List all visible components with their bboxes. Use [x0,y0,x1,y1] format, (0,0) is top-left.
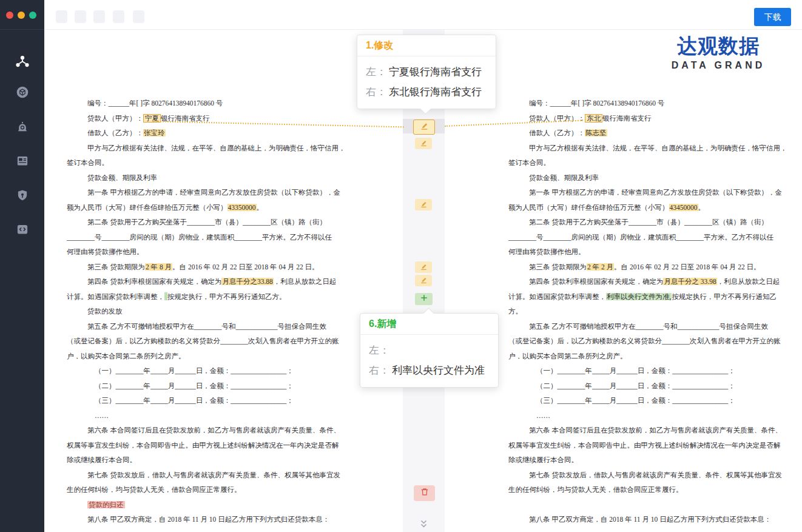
doc-line: 第四条 贷款利率根据国家有关规定，确定为月息千分之33.88，利息从放款之日起 [67,274,346,289]
doc-text: 计算。如遇国家贷款利率调整， [67,293,164,300]
doc-line: 贷款人（甲方）：宁夏银行海南省支行 [67,111,346,126]
diff-5-modify-button[interactable] [415,275,432,286]
doc-line: 户，以购买本合同第二条所列之房产。 [67,349,346,364]
doc-line: （或登记备案）后，以乙方购楼款的名义将贷款分________次划入售房者在甲方开… [508,334,791,349]
doc-line: 第八条 甲乙双方商定，自 2018 年 11 月 10 日起乙方用下列方式归还贷… [67,512,346,527]
pencil-icon [420,121,429,133]
doc-text: 按规定执行，甲方不再另行通知乙方。 [167,293,286,300]
tooltip-title: 1.修改 [357,35,496,56]
doc-text: 第四条 贷款利率根据国家有关规定，确定为 [529,278,663,285]
doc-line: 额为人民币（大写）肆仟叁佰肆拾伍万元整（小写）43350000。 [67,200,346,215]
zoom-window-button[interactable] [29,12,36,19]
pencil-icon [420,262,428,273]
doc-line: ________号________房间的现（期）房物业，建筑面积________… [508,230,791,245]
diff-highlight-modify[interactable]: 2 年 2 月 [587,263,614,271]
doc-text: 银行海南省支行 [602,115,652,122]
doc-text: 。自 2016 年 02 月 22 日至 2018 年 04 月 22 日。 [172,263,319,271]
doc-line-blank [508,497,791,513]
brand-logo: 达观数据 DATA GRAND [667,34,769,71]
diff-highlight-modify-selected[interactable]: 东北 [585,114,602,123]
scroll-more-button[interactable] [419,520,429,531]
diff-highlight-delete[interactable]: 贷款的归还 [87,501,125,508]
doc-line: （三）________年_____月______日，金额：___________… [508,393,791,408]
doc-text: 额为人民币（大写）肆仟叁佰肆拾伍万元整（小写） [508,204,669,211]
doc-line: 甲方与乙方根据有关法律、法规，在平等、自愿的基础上，为明确责任，恪守信用， [67,141,346,156]
doc-line: 权属等事宜发生纠纷，本合同即告中止。由甲方视上述纠纷解决情况在一年内决定是否解 [508,438,791,453]
right-value: 利率以央行文件为准 [392,365,485,376]
diff-highlight-modify[interactable]: 陈志坚 [585,129,607,136]
code-badge-icon [15,221,30,240]
shield-key-icon [15,187,30,206]
chevrons-down-icon [419,520,429,530]
sidebar [0,0,44,532]
toolbar-placeholder [133,10,144,23]
pencil-icon [420,200,428,210]
window-controls [0,0,44,30]
doc-line: （或登记备案）后，以乙方购楼款的名义将贷款分________次划入售房者在甲方开… [67,334,346,349]
doc-line: ________号________房间的现（期）房物业，建筑面积________… [67,230,346,245]
sidebar-item-news[interactable] [0,153,44,171]
doc-line: 户，以购买本合同第二条所列之房产。 [508,349,791,364]
sidebar-item-developer[interactable] [0,221,44,240]
sidebar-item-robot[interactable] [0,119,44,137]
tooltip-left-line: 左： [369,340,490,360]
sidebar-item-security[interactable] [0,187,44,206]
doc-line: 第八条 甲乙双方商定，自 2018 年 11 月 10 日起乙方用下列方式归还贷… [508,512,791,527]
toolbar-placeholder [93,10,105,23]
minimize-window-button[interactable] [18,12,25,19]
doc-text: 第四条 贷款利率根据国家有关规定，确定为 [87,278,221,285]
doc-line: 生的任何纠纷，均与贷款人无关，借款合同应正常履行。 [508,482,791,497]
doc-text: 贷款人（甲方）： [87,115,143,122]
brand-logo-cn: 达观数据 [667,34,769,58]
doc-line: （三）________年_____月______日，金额：___________… [67,393,346,408]
toolbar-placeholder [113,10,124,23]
download-button[interactable]: 下载 [754,8,791,26]
doc-text: 第三条 贷款期限为 [87,263,145,271]
diff-highlight-modify[interactable]: 月息千分之33.88 [221,278,273,285]
diff-7-delete-button[interactable] [414,485,435,501]
tooltip-body: 左： 右：利率以央行文件为准 [360,335,498,387]
doc-text: 第三条 贷款期限为 [529,263,587,271]
toolbar-placeholder [75,10,86,23]
doc-line: （二）________年_____月______日，金额：___________… [67,379,346,394]
right-label: 右： [366,86,386,98]
diff-highlight-insert[interactable]: 利率以央行文件为准, [606,293,672,300]
trash-icon [420,487,430,499]
doc-line: 除或继续履行本合同。 [508,453,791,468]
doc-line: 方。 [508,304,791,319]
sidebar-item-cube-circle[interactable] [0,84,44,103]
robot-bell-icon [15,119,30,137]
close-window-button[interactable] [6,12,13,19]
doc-line: 生的任何纠纷，均与贷款人无关，借款合同应正常履行。 [67,482,346,497]
doc-line: （一）________年_____月______日，金额：___________… [508,363,791,379]
diff-highlight-modify[interactable]: 月息千分之 33.98 [663,278,716,285]
diff-highlight-modify[interactable]: 43450000 [669,204,698,211]
doc-text: ，利息从放款之日起 [274,278,337,285]
doc-text: 。 [257,204,264,211]
doc-line: 借款人（乙方）：张宝玲 [67,126,346,141]
doc-line: 权属等事宜发生纠纷，本合同即告中止。由甲方视上述纠纷解决情况在一年内决定是否解 [67,438,346,453]
diff-highlight-modify[interactable]: 43350000 [227,204,257,211]
doc-line: 计算。如遇国家贷款利率调整，利率以央行文件为准,按规定执行，甲方不再另行通知乙 [508,289,791,305]
diff-6-insert-button[interactable] [415,293,433,305]
right-label: 右： [369,365,389,376]
sidebar-item-graph-network[interactable] [0,53,44,73]
doc-line: 第三条 贷款期限为2 年 8 月。自 2016 年 02 月 22 日至 201… [67,260,346,275]
doc-line: …… [67,408,346,423]
diff-highlight-modify[interactable]: 张宝玲 [143,129,166,136]
diff-3-modify-button[interactable] [415,199,432,210]
right-value: 东北银行海南省支行 [389,86,482,98]
doc-line: 签订本合同。 [67,155,346,170]
diff-highlight-modify[interactable]: 2 年 8 月 [145,263,172,271]
doc-line: 甲方与乙方根据有关法律、法规，在平等、自愿的基础上，为明确责任，恪守信用， [508,141,791,156]
doc-text: 。 [698,204,706,211]
diff-4-modify-button[interactable] [415,261,432,273]
doc-text: 。自 2016 年 02 月 22 日至 2018 年 04 月 22 日。 [614,263,761,271]
doc-line: 额为人民币（大写）肆仟叁佰肆拾伍万元整（小写）43450000。 [508,200,791,215]
doc-line: 第六条 本合同签订后且在贷款发放前，如乙方与售房者就该房产有关质量、条件、 [67,423,346,438]
diff-1-modify-button[interactable] [413,120,435,135]
doc-line: 第二条 贷款用于乙方购买坐落于________市（县）________区（镇）路… [67,215,346,230]
tooltip-right-line: 右：东北银行海南省支行 [366,82,487,102]
diff-2-modify-button[interactable] [415,138,432,149]
doc-text: 借款人（乙方）： [529,129,585,136]
